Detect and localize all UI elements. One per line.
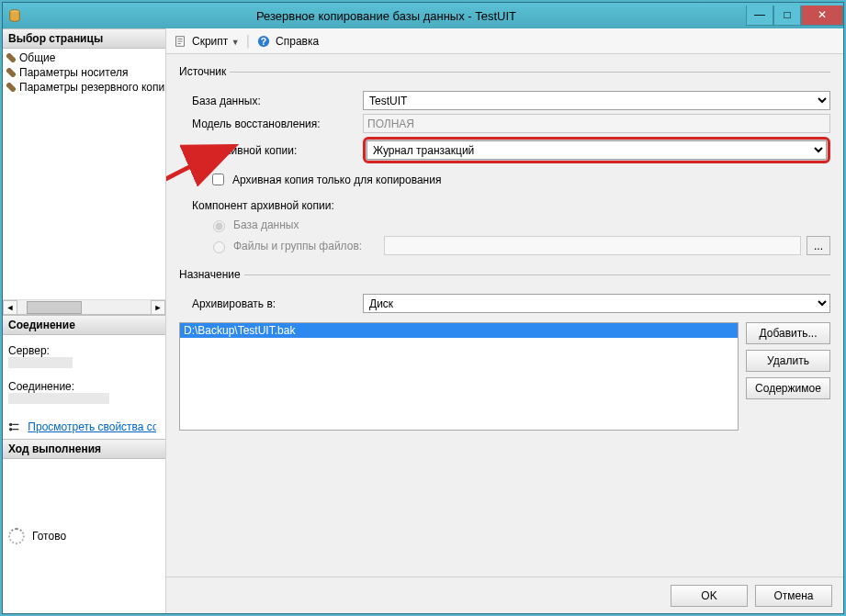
- contents-button[interactable]: Содержимое: [746, 377, 830, 399]
- component-database-label: База данных: [233, 218, 299, 231]
- component-filegroups-radio: [213, 241, 225, 253]
- copy-only-checkbox[interactable]: [212, 174, 224, 185]
- scroll-track[interactable]: [17, 300, 151, 315]
- scroll-right-button[interactable]: ►: [151, 300, 165, 315]
- page-list-scrollbar[interactable]: ◄ ►: [3, 299, 165, 314]
- connection-label: Соединение:: [8, 380, 160, 393]
- scroll-thumb[interactable]: [27, 301, 82, 314]
- progress-header: Ход выполнения: [3, 439, 165, 459]
- connection-icon: [8, 421, 21, 432]
- backup-component-label: Компонент архивной копии:: [179, 199, 830, 212]
- database-icon: [8, 9, 21, 22]
- server-label: Сервер:: [8, 344, 160, 357]
- content-area: Источник База данных: TestUIT Модель вос…: [166, 54, 843, 577]
- window-title: Резервное копирование базы данных - Test…: [27, 9, 746, 23]
- component-database-radio: [213, 220, 225, 232]
- destination-legend: Назначение: [179, 268, 244, 281]
- progress-spinner-icon: [8, 528, 25, 544]
- progress-panel: Готово: [3, 459, 165, 613]
- titlebar[interactable]: Резервное копирование базы данных - Test…: [3, 3, 843, 28]
- connection-panel: Сервер: Соединение: Просмотреть свойства…: [3, 335, 165, 439]
- backup-type-highlight: Журнал транзакций: [363, 137, 830, 163]
- destination-listbox[interactable]: D:\Backup\TestUIT.bak: [179, 322, 739, 431]
- connection-value: [8, 393, 109, 404]
- destination-item[interactable]: D:\Backup\TestUIT.bak: [180, 323, 738, 338]
- remove-destination-button[interactable]: Удалить: [746, 350, 830, 372]
- view-connection-properties-link[interactable]: Просмотреть свойства соед: [28, 420, 156, 433]
- source-group: Источник База данных: TestUIT Модель вос…: [179, 65, 830, 255]
- help-icon: ?: [257, 35, 270, 48]
- backup-type-select[interactable]: Журнал транзакций: [367, 140, 827, 160]
- database-select[interactable]: TestUIT: [363, 91, 830, 110]
- script-dropdown[interactable]: Скрипт ▼: [192, 35, 240, 48]
- component-filegroups-label: Файлы и группы файлов:: [233, 240, 378, 252]
- recovery-model-label: Модель восстановления:: [179, 118, 363, 130]
- backup-to-select[interactable]: Диск: [363, 294, 830, 313]
- main-panel: Скрипт ▼ │ ? Справка Источник База данны…: [166, 28, 843, 613]
- source-legend: Источник: [179, 65, 230, 78]
- sidebar: Выбор страницы Общие Параметры носителя …: [3, 28, 166, 613]
- backup-type-label: Тип архивной копии:: [179, 144, 363, 157]
- cancel-button[interactable]: Отмена: [755, 585, 832, 607]
- recovery-model-field: [363, 114, 830, 133]
- dialog-footer: OK Отмена: [166, 577, 843, 613]
- copy-only-label: Архивная копия только для копирования: [232, 174, 441, 186]
- filegroups-field: [384, 236, 801, 255]
- script-icon: [174, 35, 186, 48]
- progress-status: Готово: [32, 530, 66, 543]
- maximize-button[interactable]: □: [773, 6, 801, 26]
- scroll-left-button[interactable]: ◄: [3, 300, 17, 315]
- minimize-button[interactable]: —: [746, 6, 773, 26]
- close-button[interactable]: ✕: [801, 6, 843, 26]
- connection-header: Соединение: [3, 315, 165, 335]
- page-backup-options[interactable]: Параметры резервного копир: [3, 80, 165, 95]
- help-button[interactable]: Справка: [276, 35, 319, 48]
- server-value: [8, 357, 73, 368]
- database-label: База данных:: [179, 95, 363, 107]
- pages-header: Выбор страницы: [3, 28, 165, 49]
- svg-point-1: [9, 422, 13, 426]
- dialog-window: Резервное копирование базы данных - Test…: [2, 2, 844, 614]
- filegroups-browse-button[interactable]: ...: [807, 236, 830, 255]
- svg-point-2: [9, 428, 13, 431]
- svg-text:?: ?: [261, 35, 266, 46]
- page-general[interactable]: Общие: [3, 50, 165, 65]
- ok-button[interactable]: OK: [671, 585, 748, 607]
- destination-group: Назначение Архивировать в: Диск D:\Backu…: [179, 268, 830, 431]
- add-destination-button[interactable]: Добавить...: [746, 322, 830, 344]
- page-list: Общие Параметры носителя Параметры резер…: [3, 49, 165, 315]
- backup-to-label: Архивировать в:: [179, 297, 363, 310]
- toolbar: Скрипт ▼ │ ? Справка: [166, 28, 843, 54]
- page-media-options[interactable]: Параметры носителя: [3, 65, 165, 80]
